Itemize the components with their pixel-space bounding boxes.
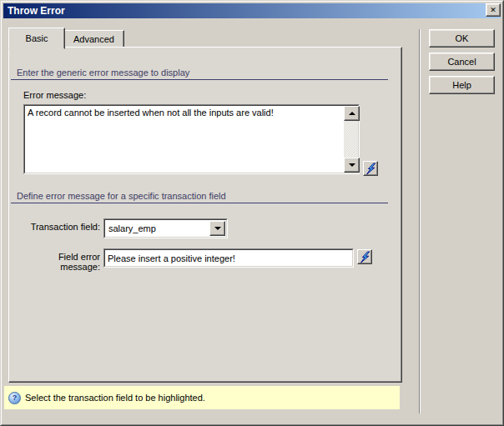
arrow-up-icon: [349, 112, 355, 115]
title-bar[interactable]: Throw Error: [3, 3, 501, 18]
tab-advanced-label: Advanced: [73, 34, 114, 44]
field-error-message-box-inner: [104, 249, 353, 267]
field-dynamic-data-button[interactable]: [357, 249, 372, 264]
scrollbar-up-button[interactable]: [344, 106, 360, 121]
generic-section-rule: [11, 79, 388, 80]
help-button[interactable]: Help: [429, 76, 495, 94]
help-icon: ?: [8, 392, 21, 404]
field-error-message-label: Field error message:: [17, 252, 100, 272]
close-icon: ✕: [490, 7, 496, 14]
field-error-message-input[interactable]: [105, 250, 352, 266]
vertical-divider: [419, 29, 421, 413]
hint-bar: ? Select the transaction field to be hig…: [4, 386, 400, 409]
field-section-header: Define error message for a specific tran…: [17, 191, 226, 201]
generic-dynamic-data-button[interactable]: [363, 161, 378, 176]
dialog-frame: Throw Error ✕ Basic Advanced Enter the g…: [1, 1, 503, 425]
help-icon-glyph: ?: [13, 394, 18, 402]
tab-basic[interactable]: Basic: [8, 28, 65, 49]
error-message-box-inner: A record cannot be inserted when not all…: [24, 105, 359, 173]
transaction-field-dropdown-button[interactable]: [209, 221, 225, 236]
scrollbar-down-button[interactable]: [344, 158, 360, 173]
tab-basic-label: Basic: [26, 33, 48, 43]
generic-section-header: Enter the generic error message to displ…: [17, 68, 189, 78]
transaction-field-value: salary_emp: [106, 221, 211, 236]
chevron-down-icon: [214, 227, 221, 230]
basic-tab-panel: Enter the generic error message to displ…: [8, 47, 402, 383]
error-message-label: Error message:: [23, 90, 86, 100]
dialog-window: Throw Error ✕ Basic Advanced Enter the g…: [0, 0, 504, 426]
lightning-icon: [359, 251, 370, 263]
error-message-box: A record cannot be inserted when not all…: [23, 104, 360, 174]
transaction-field-combobox[interactable]: salary_emp: [103, 218, 228, 238]
error-message-scrollbar[interactable]: [344, 106, 358, 173]
field-error-message-box: [103, 248, 354, 268]
lightning-icon: [365, 163, 376, 175]
cancel-button[interactable]: Cancel: [429, 53, 495, 71]
close-button[interactable]: ✕: [486, 3, 501, 17]
error-message-textarea[interactable]: A record cannot be inserted when not all…: [25, 106, 344, 173]
transaction-field-label: Transaction field:: [17, 222, 100, 232]
hint-text: Select the transaction field to be highl…: [25, 393, 205, 403]
arrow-down-icon: [349, 163, 355, 167]
ok-button[interactable]: OK: [429, 29, 495, 48]
field-section-rule: [11, 203, 388, 203]
window-title: Throw Error: [8, 5, 65, 17]
tab-advanced[interactable]: Advanced: [63, 30, 124, 48]
